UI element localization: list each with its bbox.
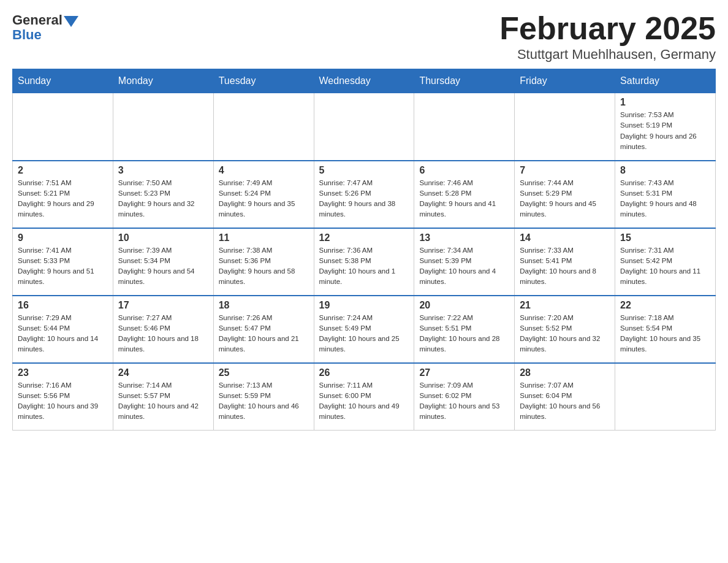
weekday-header-saturday: Saturday xyxy=(615,69,716,93)
day-info: Sunrise: 7:41 AMSunset: 5:33 PMDaylight:… xyxy=(18,245,108,288)
day-info: Sunrise: 7:43 AMSunset: 5:31 PMDaylight:… xyxy=(620,178,710,220)
calendar-cell xyxy=(414,93,515,161)
logo-triangle-icon xyxy=(64,16,78,27)
calendar-cell: 25Sunrise: 7:13 AMSunset: 5:59 PMDayligh… xyxy=(213,363,314,431)
location-label: Stuttgart Muehlhausen, Germany xyxy=(499,47,716,63)
day-info: Sunrise: 7:47 AMSunset: 5:26 PMDaylight:… xyxy=(319,178,409,220)
day-number: 24 xyxy=(118,367,208,378)
calendar-week-row: 16Sunrise: 7:29 AMSunset: 5:44 PMDayligh… xyxy=(13,296,716,363)
weekday-header-sunday: Sunday xyxy=(13,69,113,93)
day-info: Sunrise: 7:14 AMSunset: 5:57 PMDaylight:… xyxy=(118,380,208,423)
logo: General Blue xyxy=(12,12,78,43)
day-info: Sunrise: 7:27 AMSunset: 5:46 PMDaylight:… xyxy=(118,313,208,355)
day-number: 23 xyxy=(18,367,108,378)
day-info: Sunrise: 7:07 AMSunset: 6:04 PMDaylight:… xyxy=(520,380,610,423)
calendar-week-row: 9Sunrise: 7:41 AMSunset: 5:33 PMDaylight… xyxy=(13,228,716,296)
calendar-cell xyxy=(113,93,213,161)
day-number: 28 xyxy=(520,367,610,378)
day-number: 8 xyxy=(620,165,710,176)
day-info: Sunrise: 7:51 AMSunset: 5:21 PMDaylight:… xyxy=(18,178,108,220)
calendar-cell: 9Sunrise: 7:41 AMSunset: 5:33 PMDaylight… xyxy=(13,228,113,296)
calendar-cell: 18Sunrise: 7:26 AMSunset: 5:47 PMDayligh… xyxy=(213,296,314,363)
calendar-week-row: 2Sunrise: 7:51 AMSunset: 5:21 PMDaylight… xyxy=(13,161,716,228)
calendar-cell: 1Sunrise: 7:53 AMSunset: 5:19 PMDaylight… xyxy=(615,93,716,161)
day-info: Sunrise: 7:16 AMSunset: 5:56 PMDaylight:… xyxy=(18,380,108,423)
logo-blue-text: Blue xyxy=(12,27,42,43)
calendar-cell: 23Sunrise: 7:16 AMSunset: 5:56 PMDayligh… xyxy=(13,363,113,431)
day-number: 14 xyxy=(520,232,610,243)
weekday-header-monday: Monday xyxy=(113,69,213,93)
calendar-cell: 14Sunrise: 7:33 AMSunset: 5:41 PMDayligh… xyxy=(515,228,615,296)
calendar-cell: 21Sunrise: 7:20 AMSunset: 5:52 PMDayligh… xyxy=(515,296,615,363)
day-number: 7 xyxy=(520,165,610,176)
calendar-week-row: 23Sunrise: 7:16 AMSunset: 5:56 PMDayligh… xyxy=(13,363,716,431)
calendar-cell: 6Sunrise: 7:46 AMSunset: 5:28 PMDaylight… xyxy=(414,161,515,228)
day-info: Sunrise: 7:36 AMSunset: 5:38 PMDaylight:… xyxy=(319,245,409,288)
calendar-cell: 11Sunrise: 7:38 AMSunset: 5:36 PMDayligh… xyxy=(213,228,314,296)
day-info: Sunrise: 7:46 AMSunset: 5:28 PMDaylight:… xyxy=(419,178,509,220)
month-title: February 2025 xyxy=(499,12,716,44)
day-number: 5 xyxy=(319,165,409,176)
day-info: Sunrise: 7:11 AMSunset: 6:00 PMDaylight:… xyxy=(319,380,409,423)
day-info: Sunrise: 7:33 AMSunset: 5:41 PMDaylight:… xyxy=(520,245,610,288)
day-info: Sunrise: 7:50 AMSunset: 5:23 PMDaylight:… xyxy=(118,178,208,220)
day-number: 10 xyxy=(118,232,208,243)
day-number: 20 xyxy=(419,300,509,311)
day-number: 9 xyxy=(18,232,108,243)
day-info: Sunrise: 7:26 AMSunset: 5:47 PMDaylight:… xyxy=(219,313,309,355)
calendar-week-row: 1Sunrise: 7:53 AMSunset: 5:19 PMDaylight… xyxy=(13,93,716,161)
day-number: 22 xyxy=(620,300,710,311)
calendar-cell: 26Sunrise: 7:11 AMSunset: 6:00 PMDayligh… xyxy=(314,363,414,431)
day-number: 16 xyxy=(18,300,108,311)
day-info: Sunrise: 7:13 AMSunset: 5:59 PMDaylight:… xyxy=(219,380,309,423)
day-number: 13 xyxy=(419,232,509,243)
day-info: Sunrise: 7:29 AMSunset: 5:44 PMDaylight:… xyxy=(18,313,108,355)
calendar-cell: 24Sunrise: 7:14 AMSunset: 5:57 PMDayligh… xyxy=(113,363,213,431)
calendar-cell: 2Sunrise: 7:51 AMSunset: 5:21 PMDaylight… xyxy=(13,161,113,228)
day-number: 1 xyxy=(620,97,710,108)
day-number: 27 xyxy=(419,367,509,378)
day-info: Sunrise: 7:22 AMSunset: 5:51 PMDaylight:… xyxy=(419,313,509,355)
calendar-cell: 27Sunrise: 7:09 AMSunset: 6:02 PMDayligh… xyxy=(414,363,515,431)
calendar-cell: 10Sunrise: 7:39 AMSunset: 5:34 PMDayligh… xyxy=(113,228,213,296)
weekday-header-wednesday: Wednesday xyxy=(314,69,414,93)
day-number: 2 xyxy=(18,165,108,176)
day-number: 17 xyxy=(118,300,208,311)
day-info: Sunrise: 7:39 AMSunset: 5:34 PMDaylight:… xyxy=(118,245,208,288)
day-number: 11 xyxy=(219,232,309,243)
calendar-cell xyxy=(13,93,113,161)
weekday-header-friday: Friday xyxy=(515,69,615,93)
weekday-header-thursday: Thursday xyxy=(414,69,515,93)
day-number: 6 xyxy=(419,165,509,176)
calendar-table: SundayMondayTuesdayWednesdayThursdayFrid… xyxy=(12,69,716,431)
calendar-cell: 7Sunrise: 7:44 AMSunset: 5:29 PMDaylight… xyxy=(515,161,615,228)
day-info: Sunrise: 7:09 AMSunset: 6:02 PMDaylight:… xyxy=(419,380,509,423)
calendar-cell: 12Sunrise: 7:36 AMSunset: 5:38 PMDayligh… xyxy=(314,228,414,296)
day-info: Sunrise: 7:24 AMSunset: 5:49 PMDaylight:… xyxy=(319,313,409,355)
calendar-cell xyxy=(515,93,615,161)
page-header: General Blue February 2025 Stuttgart Mue… xyxy=(12,12,716,63)
weekday-header-tuesday: Tuesday xyxy=(213,69,314,93)
day-info: Sunrise: 7:18 AMSunset: 5:54 PMDaylight:… xyxy=(620,313,710,355)
day-number: 3 xyxy=(118,165,208,176)
day-info: Sunrise: 7:53 AMSunset: 5:19 PMDaylight:… xyxy=(620,110,710,152)
day-number: 4 xyxy=(219,165,309,176)
calendar-cell: 13Sunrise: 7:34 AMSunset: 5:39 PMDayligh… xyxy=(414,228,515,296)
day-number: 18 xyxy=(219,300,309,311)
calendar-cell xyxy=(615,363,716,431)
day-number: 15 xyxy=(620,232,710,243)
calendar-cell: 3Sunrise: 7:50 AMSunset: 5:23 PMDaylight… xyxy=(113,161,213,228)
day-number: 12 xyxy=(319,232,409,243)
day-info: Sunrise: 7:38 AMSunset: 5:36 PMDaylight:… xyxy=(219,245,309,288)
day-number: 25 xyxy=(219,367,309,378)
calendar-cell: 15Sunrise: 7:31 AMSunset: 5:42 PMDayligh… xyxy=(615,228,716,296)
calendar-cell: 16Sunrise: 7:29 AMSunset: 5:44 PMDayligh… xyxy=(13,296,113,363)
calendar-cell: 17Sunrise: 7:27 AMSunset: 5:46 PMDayligh… xyxy=(113,296,213,363)
day-info: Sunrise: 7:20 AMSunset: 5:52 PMDaylight:… xyxy=(520,313,610,355)
day-info: Sunrise: 7:44 AMSunset: 5:29 PMDaylight:… xyxy=(520,178,610,220)
calendar-cell: 5Sunrise: 7:47 AMSunset: 5:26 PMDaylight… xyxy=(314,161,414,228)
calendar-cell: 19Sunrise: 7:24 AMSunset: 5:49 PMDayligh… xyxy=(314,296,414,363)
day-info: Sunrise: 7:34 AMSunset: 5:39 PMDaylight:… xyxy=(419,245,509,288)
day-info: Sunrise: 7:31 AMSunset: 5:42 PMDaylight:… xyxy=(620,245,710,288)
calendar-cell xyxy=(314,93,414,161)
